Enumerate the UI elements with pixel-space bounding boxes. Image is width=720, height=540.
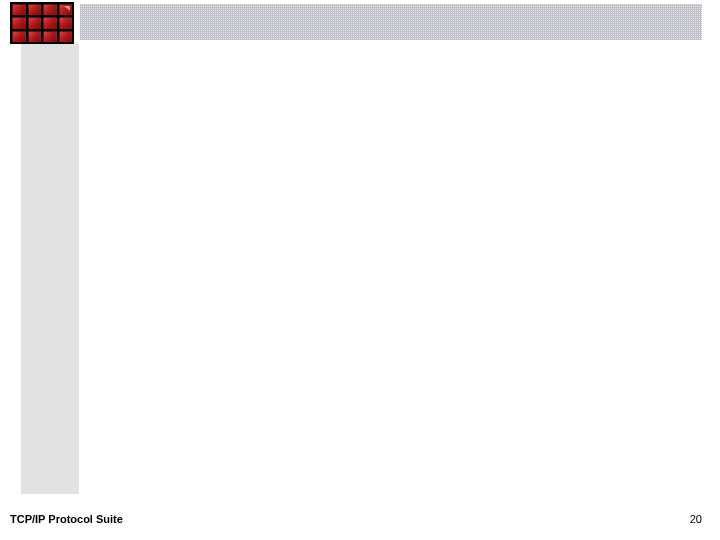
- logo-cell: [12, 4, 26, 15]
- logo-cell: [43, 31, 57, 42]
- logo-cell: [43, 17, 57, 28]
- logo-cell: [28, 4, 42, 15]
- footer-title: TCP/IP Protocol Suite: [10, 513, 123, 525]
- logo-grid-icon: [10, 2, 74, 44]
- page-number: 20: [690, 513, 702, 525]
- logo-cell: [59, 31, 73, 42]
- logo-cell: [28, 17, 42, 28]
- logo-cell: [12, 17, 26, 28]
- logo-cell: [59, 4, 73, 15]
- left-sidebar: [21, 44, 79, 494]
- header-pattern-bar: [80, 4, 702, 40]
- slide-footer: TCP/IP Protocol Suite 20: [10, 508, 702, 530]
- logo-cell: [43, 4, 57, 15]
- logo-cell: [28, 31, 42, 42]
- logo-cell: [59, 17, 73, 28]
- logo-cell: [12, 31, 26, 42]
- slide-content-area: [80, 42, 702, 494]
